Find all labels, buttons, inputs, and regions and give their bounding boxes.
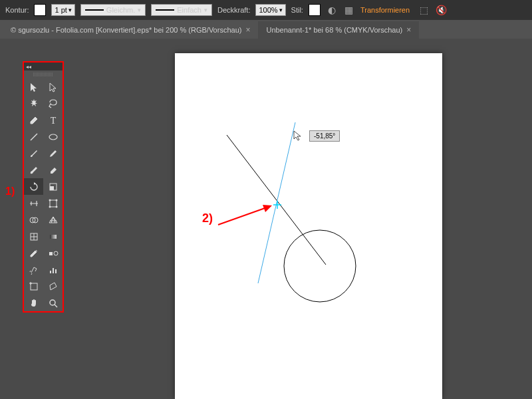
svg-point-8 (55, 199, 57, 201)
blob-brush-tool[interactable] (24, 162, 43, 178)
tab-document-2[interactable]: Unbenannt-1* bei 68 % (CMYK/Vorschau)× (258, 21, 419, 39)
type-tool[interactable]: T (43, 112, 63, 128)
pencil-tool[interactable] (43, 145, 63, 162)
close-icon[interactable]: × (406, 25, 411, 35)
free-transform-tool[interactable] (43, 195, 63, 211)
eyedropper-tool[interactable] (24, 245, 43, 261)
isolate-icon[interactable]: ⬚ (418, 4, 430, 16)
symbol-sprayer-tool[interactable] (24, 261, 43, 278)
mesh-tool[interactable] (24, 228, 43, 245)
style-swatch[interactable] (309, 4, 321, 16)
transform-button[interactable]: Transformieren (360, 6, 410, 14)
magic-wand-tool[interactable] (24, 95, 43, 112)
width-tool[interactable] (24, 195, 43, 211)
slice-tool[interactable] (43, 278, 63, 295)
svg-point-2 (49, 134, 57, 140)
object-circle[interactable] (284, 230, 356, 302)
object-line[interactable] (227, 135, 326, 265)
svg-point-25 (50, 300, 55, 305)
recolor-icon[interactable]: ◐ (326, 4, 338, 16)
perspective-grid-tool[interactable] (43, 211, 63, 228)
canvas-artboard[interactable] (175, 53, 442, 399)
svg-rect-22 (31, 283, 37, 290)
rotation-anchor-icon (273, 201, 281, 209)
lasso-tool[interactable] (43, 95, 63, 112)
kontur-label: Kontur: (5, 6, 29, 14)
brush-def-dropdown[interactable]: Einfach▾ (151, 4, 212, 16)
svg-rect-17 (49, 252, 53, 255)
svg-rect-16 (50, 235, 57, 239)
shape-tool[interactable] (43, 128, 63, 145)
stroke-color-swatch[interactable] (34, 4, 46, 16)
selection-tool[interactable] (24, 78, 43, 95)
direct-selection-tool[interactable] (43, 78, 63, 95)
rotation-guide-line (258, 122, 295, 283)
svg-rect-20 (53, 268, 54, 273)
zoom-tool[interactable] (43, 295, 63, 311)
svg-rect-21 (55, 269, 57, 273)
blend-tool[interactable] (43, 245, 63, 261)
svg-line-26 (55, 305, 57, 307)
eraser-tool[interactable] (43, 162, 63, 178)
annotation-1: 1) (5, 186, 15, 198)
tools-panel: ◂◂ T (23, 61, 64, 313)
svg-point-9 (49, 205, 51, 207)
annotation-arrow (218, 205, 272, 225)
svg-marker-30 (263, 205, 272, 212)
panel-header[interactable]: ◂◂ (24, 63, 63, 70)
stroke-weight-dropdown[interactable]: 1 pt (51, 4, 74, 16)
svg-point-7 (49, 199, 51, 201)
scale-tool[interactable] (43, 178, 63, 195)
column-graph-tool[interactable] (43, 261, 63, 278)
shape-builder-tool[interactable] (24, 211, 43, 228)
grip-icon[interactable] (33, 72, 53, 76)
svg-rect-6 (50, 200, 57, 207)
align-icon[interactable]: ▦ (343, 4, 355, 16)
collapse-icon[interactable]: ◂◂ (26, 64, 31, 70)
annotation-2: 2) (202, 211, 213, 225)
pen-tool[interactable] (24, 112, 43, 128)
svg-point-18 (54, 251, 58, 255)
hand-tool[interactable] (24, 295, 43, 311)
stroke-profile-dropdown[interactable]: Gleichm.▾ (80, 4, 146, 16)
svg-line-1 (31, 134, 37, 140)
svg-rect-5 (50, 186, 54, 190)
cursor-icon (293, 130, 303, 144)
document-tabs: © sgursozlu - Fotolia.com [Konvertiert].… (0, 20, 532, 39)
tab-document-1[interactable]: © sgursozlu - Fotolia.com [Konvertiert].… (3, 21, 258, 39)
opacity-dropdown[interactable]: 100% (255, 4, 285, 16)
close-icon[interactable]: × (245, 25, 250, 35)
angle-tooltip: -51,85° (309, 130, 340, 142)
paintbrush-tool[interactable] (24, 145, 43, 162)
stil-label: Stil: (291, 6, 303, 14)
options-bar: Kontur: 1 pt Gleichm.▾ Einfach▾ Deckkraf… (0, 0, 532, 20)
svg-point-10 (55, 205, 57, 207)
gradient-tool[interactable] (43, 228, 63, 245)
mute-icon[interactable]: 🔇 (435, 4, 447, 16)
artboard-tool[interactable] (24, 278, 43, 295)
svg-line-29 (218, 207, 267, 225)
rotate-tool[interactable] (24, 178, 43, 195)
svg-text:T: T (50, 116, 56, 126)
svg-rect-19 (50, 271, 51, 273)
line-tool[interactable] (24, 128, 43, 145)
deckkraft-label: Deckkraft: (217, 6, 251, 14)
